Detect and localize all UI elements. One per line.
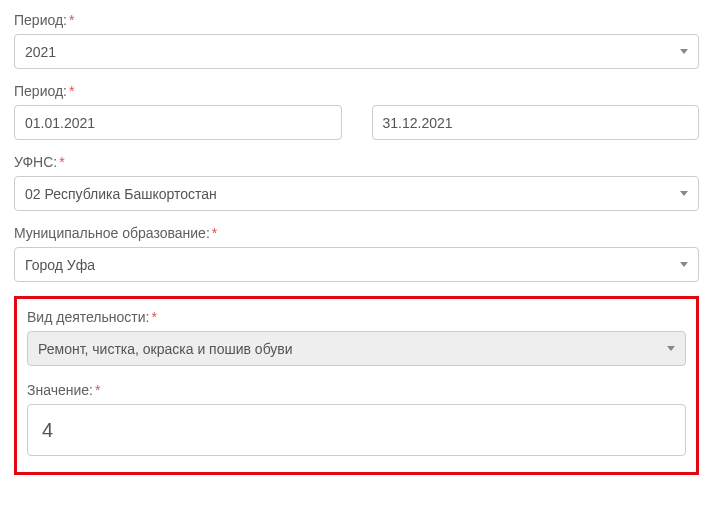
required-marker: * <box>69 12 74 28</box>
group-municipality: Муниципальное образование:* Город Уфа <box>14 225 699 282</box>
required-marker: * <box>59 154 64 170</box>
select-activity[interactable]: Ремонт, чистка, окраска и пошив обуви <box>27 331 686 366</box>
select-period-year[interactable]: 2021 <box>14 34 699 69</box>
group-value: Значение:* <box>27 382 686 456</box>
chevron-down-icon <box>680 49 688 54</box>
label-text: Период: <box>14 83 67 99</box>
chevron-down-icon <box>667 346 675 351</box>
label-text: Значение: <box>27 382 93 398</box>
required-marker: * <box>212 225 217 241</box>
label-text: Муниципальное образование: <box>14 225 210 241</box>
group-ufns: УФНС:* 02 Республика Башкортостан <box>14 154 699 211</box>
form-container: Период:* 2021 Период:* УФНС:* 02 Республ… <box>0 0 713 487</box>
label-value: Значение:* <box>27 382 686 398</box>
select-municipality[interactable]: Город Уфа <box>14 247 699 282</box>
date-range-row <box>14 105 699 140</box>
highlighted-section: Вид деятельности:* Ремонт, чистка, окрас… <box>14 296 699 475</box>
select-value: 02 Республика Башкортостан <box>25 186 217 202</box>
select-value: Ремонт, чистка, окраска и пошив обуви <box>38 341 293 357</box>
group-period-year: Период:* 2021 <box>14 12 699 69</box>
label-text: Вид деятельности: <box>27 309 149 325</box>
select-ufns[interactable]: 02 Республика Башкортостан <box>14 176 699 211</box>
label-ufns: УФНС:* <box>14 154 699 170</box>
input-date-to[interactable] <box>372 105 700 140</box>
required-marker: * <box>69 83 74 99</box>
label-text: Период: <box>14 12 67 28</box>
label-municipality: Муниципальное образование:* <box>14 225 699 241</box>
group-activity: Вид деятельности:* Ремонт, чистка, окрас… <box>27 309 686 366</box>
label-period-range: Период:* <box>14 83 699 99</box>
input-value[interactable] <box>27 404 686 456</box>
label-period-year: Период:* <box>14 12 699 28</box>
chevron-down-icon <box>680 191 688 196</box>
chevron-down-icon <box>680 262 688 267</box>
label-activity: Вид деятельности:* <box>27 309 686 325</box>
label-text: УФНС: <box>14 154 57 170</box>
select-value: 2021 <box>25 44 56 60</box>
required-marker: * <box>95 382 100 398</box>
group-period-range: Период:* <box>14 83 699 140</box>
input-date-from[interactable] <box>14 105 342 140</box>
required-marker: * <box>151 309 156 325</box>
select-value: Город Уфа <box>25 257 95 273</box>
